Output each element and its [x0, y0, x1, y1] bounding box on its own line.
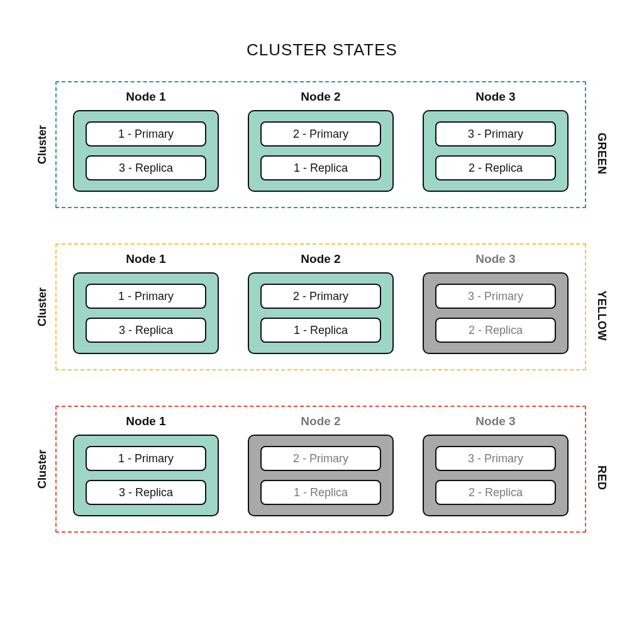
node-title: Node 1 [126, 414, 165, 428]
node-3: Node 3 3 - Primary 2 - Replica [423, 414, 569, 516]
shard-primary: 1 - Primary [86, 284, 206, 309]
node-box: 1 - Primary 3 - Replica [73, 272, 219, 354]
diagram-title: CLUSTER STATES [247, 40, 397, 60]
node-2: Node 2 2 - Primary 1 - Replica [248, 414, 394, 516]
cluster-row-yellow: Cluster Node 1 1 - Primary 3 - Replica N… [36, 243, 608, 370]
node-3: Node 3 3 - Primary 2 - Replica [423, 90, 569, 192]
cluster-box-red: Node 1 1 - Primary 3 - Replica Node 2 2 … [55, 406, 586, 533]
cluster-box-green: Node 1 1 - Primary 3 - Replica Node 2 2 … [55, 81, 586, 208]
shard-replica: 1 - Replica [260, 318, 381, 343]
cluster-left-label: Cluster [36, 450, 49, 489]
state-label-yellow: YELLOW [595, 291, 608, 341]
shard-primary: 1 - Primary [86, 121, 206, 147]
node-3: Node 3 3 - Primary 2 - Replica [423, 252, 569, 354]
node-1: Node 1 1 - Primary 3 - Replica [73, 90, 219, 192]
shard-replica: 1 - Replica [260, 480, 381, 505]
shard-replica: 2 - Replica [435, 155, 556, 180]
state-label-green: GREEN [595, 133, 608, 175]
node-1: Node 1 1 - Primary 3 - Replica [73, 414, 219, 516]
node-2: Node 2 2 - Primary 1 - Replica [248, 252, 394, 354]
shard-primary: 3 - Primary [435, 446, 556, 471]
shard-primary: 2 - Primary [260, 121, 381, 147]
node-box: 2 - Primary 1 - Replica [248, 435, 394, 516]
node-box: 2 - Primary 1 - Replica [248, 272, 394, 354]
cluster-rows: Cluster Node 1 1 - Primary 3 - Replica N… [36, 81, 608, 533]
node-box: 3 - Primary 2 - Replica [423, 110, 569, 192]
cluster-row-green: Cluster Node 1 1 - Primary 3 - Replica N… [36, 81, 608, 208]
node-title: Node 3 [475, 90, 515, 104]
node-title: Node 3 [475, 414, 515, 428]
shard-primary: 2 - Primary [260, 284, 381, 309]
node-box: 1 - Primary 3 - Replica [73, 435, 219, 516]
node-title: Node 1 [126, 90, 165, 104]
shard-replica: 1 - Replica [260, 155, 381, 180]
node-1: Node 1 1 - Primary 3 - Replica [73, 252, 219, 354]
cluster-left-label: Cluster [36, 287, 49, 326]
cluster-row-red: Cluster Node 1 1 - Primary 3 - Replica N… [36, 406, 608, 533]
state-label-red: RED [595, 465, 608, 491]
shard-primary: 1 - Primary [86, 446, 206, 471]
node-title: Node 2 [301, 90, 340, 104]
shard-replica: 2 - Replica [435, 480, 556, 505]
node-title: Node 2 [301, 252, 340, 266]
shard-primary: 3 - Primary [435, 121, 556, 147]
node-2: Node 2 2 - Primary 1 - Replica [248, 90, 394, 192]
node-box: 3 - Primary 2 - Replica [423, 272, 569, 354]
node-box: 3 - Primary 2 - Replica [423, 435, 569, 516]
shard-primary: 2 - Primary [260, 446, 381, 471]
shard-primary: 3 - Primary [435, 284, 556, 309]
shard-replica: 3 - Replica [86, 155, 206, 180]
cluster-left-label: Cluster [36, 125, 49, 164]
node-title: Node 2 [301, 414, 340, 428]
node-title: Node 1 [126, 252, 165, 266]
cluster-box-yellow: Node 1 1 - Primary 3 - Replica Node 2 2 … [55, 243, 586, 370]
node-box: 2 - Primary 1 - Replica [248, 110, 394, 192]
node-title: Node 3 [475, 252, 515, 266]
shard-replica: 3 - Replica [86, 318, 206, 343]
shard-replica: 3 - Replica [86, 480, 206, 505]
shard-replica: 2 - Replica [435, 318, 556, 343]
node-box: 1 - Primary 3 - Replica [73, 110, 219, 192]
